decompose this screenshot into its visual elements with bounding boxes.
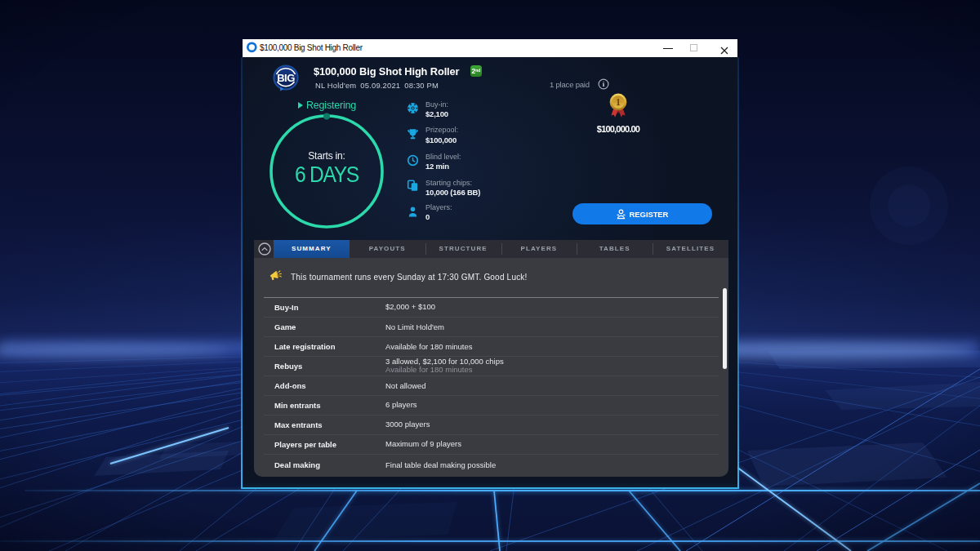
svg-text:1: 1 bbox=[616, 96, 621, 108]
svg-text:BIG: BIG bbox=[277, 72, 295, 84]
svg-text:i: i bbox=[603, 80, 605, 88]
